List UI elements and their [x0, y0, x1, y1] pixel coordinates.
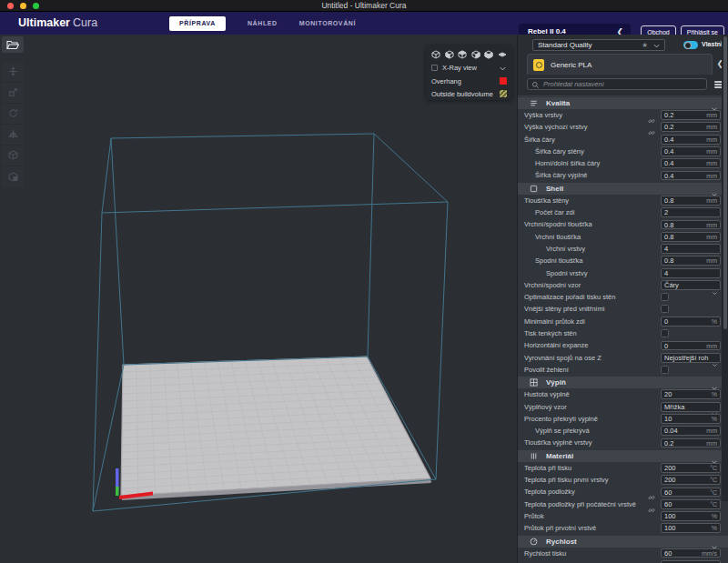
setting-label: Horizontální expanze [524, 339, 588, 351]
setting-value-input[interactable]: 4 [661, 244, 721, 254]
camera-left-view-icon[interactable] [471, 46, 480, 63]
setting-value-input[interactable]: 100 % [661, 523, 721, 533]
setting-value-input[interactable]: 0 % [661, 317, 721, 327]
overhang-color-swatch [500, 77, 507, 85]
setting-value-input[interactable]: 10 % [661, 414, 721, 424]
view-mode-dropdown[interactable]: X-Ray view [431, 61, 507, 75]
setting-value-input[interactable]: 0.8 mm [661, 232, 721, 242]
setting-row: Šířka čáry 0.4 mm [518, 134, 728, 146]
per-model-settings-icon [8, 147, 18, 164]
setting-label: Vrchní vrstvy [546, 243, 585, 255]
setting-label: Šířka čáry [524, 134, 555, 146]
setting-value-input[interactable]: 0.2 mm [661, 122, 721, 132]
material-spool-icon [533, 59, 544, 71]
left-toolbar [2, 36, 24, 187]
camera-top-view-icon[interactable] [458, 46, 467, 63]
setting-value-input[interactable]: 0.4 mm [661, 158, 721, 168]
setting-value-input[interactable]: 4 [661, 268, 721, 278]
setting-select[interactable]: Čáry [661, 280, 721, 290]
setting-label: Optimalizace pořadí tisku stěn [524, 291, 615, 303]
setting-value-input[interactable]: 2 [661, 207, 721, 217]
per-model-settings-button[interactable] [2, 146, 24, 166]
setting-value-input[interactable]: 60 mm/s [661, 548, 721, 558]
setting-checkbox[interactable] [661, 293, 669, 301]
category-header-kvalita[interactable]: Kvalita [518, 97, 728, 109]
setting-value-input[interactable]: 200 °C [661, 475, 721, 485]
support-blocker-button[interactable] [2, 166, 24, 187]
print-settings-panel: Standard Quality ★ Vlastní × Generic PLA… [517, 35, 728, 563]
tab-preview[interactable]: NÁHLED [248, 20, 278, 26]
setting-label: Teplota při tisku první vrstvy [524, 474, 609, 486]
category-header-material[interactable]: Materiál [518, 450, 728, 462]
setting-row: Tloušťka stěny 0.8 mm [518, 195, 728, 206]
setting-label: Počet čar zdi [535, 206, 574, 218]
setting-label: Vyrovnání spojů na ose Z [524, 352, 602, 364]
camera-3d-view-icon[interactable] [431, 46, 440, 63]
setting-label: Průtok [524, 510, 544, 522]
rotate-tool-button[interactable] [2, 104, 24, 125]
setting-value-input[interactable]: 0 mm [661, 341, 721, 351]
setting-value-input[interactable]: 0.8 mm [661, 220, 721, 230]
setting-label: Horní/dolní šířka čáry [535, 157, 600, 169]
camera-front-view-icon[interactable] [445, 46, 454, 63]
setting-value-input[interactable]: 200 °C [661, 463, 721, 473]
setting-label: Výplň se překrývá [535, 425, 590, 437]
setting-row: Vrchní/spodní vzor Čáry [518, 279, 728, 291]
setting-value-input[interactable]: 0.8 mm [661, 196, 721, 206]
extruder-material-tab[interactable]: Generic PLA [527, 54, 713, 75]
setting-row: Hustota výplně 20 % [518, 388, 728, 400]
setting-checkbox[interactable] [661, 329, 669, 337]
scale-tool-icon [8, 85, 18, 101]
setting-value-input[interactable]: 20 % [661, 389, 721, 399]
window-titlebar: Untitled - Ultimaker Cura [0, 0, 728, 12]
setting-select[interactable]: Nejostřejší roh [661, 353, 721, 363]
setting-value-input[interactable]: 0.2 mm [661, 438, 721, 448]
camera-right-view-icon[interactable] [484, 46, 493, 63]
category-header-shell[interactable]: Shell [518, 183, 728, 195]
mirror-tool-button[interactable] [2, 125, 24, 146]
chevron-down-icon [652, 37, 661, 54]
setting-checkbox[interactable] [661, 305, 669, 313]
setting-label: Tloušťka výplně vrstvy [524, 437, 592, 448]
setting-label: Tloušťka stěny [524, 195, 569, 206]
category-header-vypln[interactable]: Výplň [518, 377, 728, 388]
build-plate-scene[interactable] [0, 35, 517, 563]
scrollbar-thumb[interactable] [723, 36, 727, 329]
tab-prepare[interactable]: PŘÍPRAVA [169, 16, 226, 31]
setting-value-input[interactable]: 0.2 mm [661, 110, 721, 120]
setting-value-input[interactable]: 100 % [661, 511, 721, 521]
scale-tool-button[interactable] [2, 83, 24, 104]
settings-list: Kvalita Výška vrstvy 0.2 mmVýška výchozí… [518, 96, 728, 563]
search-settings-input[interactable]: Prohledat nastavení [527, 78, 707, 90]
setting-select[interactable]: Mřížka [661, 402, 721, 412]
custom-settings-toggle[interactable] [683, 41, 698, 49]
setting-label: Spodní vrstvy [546, 267, 587, 279]
mirror-tool-icon [8, 126, 18, 143]
open-file-button[interactable] [2, 36, 24, 53]
setting-value-input[interactable]: 0.4 mm [661, 171, 721, 181]
setting-row: Průtok při prvotní vrstvě 100 % [518, 522, 728, 534]
setting-value-input[interactable]: 0.4 mm [661, 135, 721, 145]
setting-value-input[interactable]: 0.4 mm [661, 146, 721, 156]
setting-value-input[interactable]: 0.04 mm [661, 426, 721, 436]
search-placeholder: Prohledat nastavení [543, 80, 604, 88]
setting-value-input[interactable]: 0.8 mm [661, 256, 721, 266]
setting-row: Vrchní vrstvy 4 [518, 243, 728, 255]
setting-row: Počet čar zdi 2 [518, 206, 728, 218]
setting-value-input[interactable]: 60 °C [661, 499, 721, 509]
setting-value-input[interactable]: 60 °C [661, 488, 721, 498]
setting-row: Procento překrytí výplně 10 % [518, 413, 728, 425]
star-icon: ★ [642, 41, 648, 49]
setting-row: Tisk tenkých stěn [518, 327, 728, 339]
profile-dropdown[interactable]: Standard Quality ★ [532, 39, 665, 51]
setting-row: Šířka čáry stěny 0.4 mm [518, 146, 728, 157]
setting-label: Teplota podložky [524, 486, 575, 498]
setting-checkbox[interactable] [661, 366, 669, 374]
setting-label: Hustota výplně [524, 388, 570, 400]
settings-scrollbar[interactable] [722, 35, 728, 501]
tab-monitor[interactable]: MONITOROVÁNÍ [299, 20, 356, 26]
move-tool-button[interactable] [2, 62, 24, 83]
setting-label: Výška vrstvy [524, 109, 562, 121]
category-header-rychlost[interactable]: Rychlost [518, 536, 728, 548]
3d-viewport[interactable]: X-Ray view Overhang Outside buildvolume [0, 35, 517, 563]
